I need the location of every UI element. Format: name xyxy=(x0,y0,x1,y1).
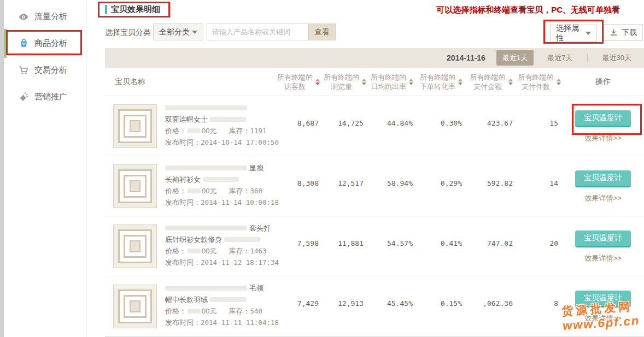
sidebar-item-marketing-promotion[interactable]: 营销推广 xyxy=(4,84,86,110)
column-header-payment-count[interactable]: 所有终端的支付件数 xyxy=(517,68,562,96)
product-name-line2[interactable]: 底针织衫女款修身 xyxy=(165,235,222,245)
visitors-value: 7,598 xyxy=(274,216,323,276)
visitors-value: 8,687 xyxy=(274,96,323,156)
publish-time-value: 2014-11-14 10:00:18 xyxy=(201,198,279,206)
conversion-rate-value: 0.30% xyxy=(417,96,466,156)
effect-detail-link[interactable]: 效果详情>> xyxy=(562,133,644,143)
pageviews-value: 12,517 xyxy=(323,156,367,216)
price-suffix: 00元 xyxy=(202,126,216,136)
pageviews-value: 11,881 xyxy=(323,216,367,276)
table-row: 毛领 帽中长款羽绒 价格： 00元 库存： 540 发布时间： 2014-11-… xyxy=(105,276,644,336)
payment-count-value: 14 xyxy=(517,156,562,216)
select-attribute-label: 选择属性 xyxy=(556,23,586,43)
sidebar-item-traffic-analysis[interactable]: 流量分析 xyxy=(4,3,86,30)
payment-amount-value: ,062.36 xyxy=(466,276,517,336)
product-cell: 套头打 底针织衫女款修身 价格： 00元 库存： 1463 发布时间： 2014… xyxy=(105,216,274,276)
table-header-row: 宝贝名称 所有终端的访客数 所有终端的浏览量 所有终端的日均跳出率 所有终端的下… xyxy=(105,68,644,96)
effect-detail-link[interactable]: 效果详情>> xyxy=(562,253,644,263)
product-info: 毛领 帽中长款羽绒 价格： 00元 库存： 540 发布时间： 2014-11-… xyxy=(165,282,272,328)
chevron-down-icon xyxy=(586,32,591,35)
conversion-rate-value: 0.15% xyxy=(417,276,466,336)
price-label: 价格： xyxy=(165,186,186,196)
chevron-down-icon xyxy=(192,31,197,34)
sort-icon[interactable] xyxy=(362,79,366,85)
product-image[interactable] xyxy=(113,224,157,268)
left-gray-strip xyxy=(0,0,4,337)
megaphone-icon xyxy=(18,92,29,103)
effect-detail-link[interactable]: 效果详情>> xyxy=(562,193,644,203)
publish-time-label: 发布时间： xyxy=(165,318,201,328)
product-name-line1[interactable]: 显瘦 xyxy=(249,163,264,173)
stock-label: 库存： xyxy=(229,306,250,316)
category-dropdown-value: 全部分类 xyxy=(159,27,190,37)
sidebar-item-product-analysis[interactable]: 商品分析 xyxy=(4,30,86,57)
product-name-line1[interactable]: 毛领 xyxy=(249,283,264,293)
range-tab-7days[interactable]: 最近7天 xyxy=(541,50,578,66)
download-icon xyxy=(610,28,618,37)
bounce-rate-value: 44.84% xyxy=(367,96,417,156)
product-name-line2[interactable]: 双面连帽女士 xyxy=(165,115,208,125)
visitors-value: 7,429 xyxy=(274,276,323,336)
product-image[interactable] xyxy=(113,164,157,208)
column-header-visitors[interactable]: 所有终端的访客数 xyxy=(274,68,323,96)
publish-time-value: 2014-11-12 18:17:34 xyxy=(201,258,279,267)
thermometer-button[interactable]: 宝贝温度计 xyxy=(575,170,631,187)
redacted-text-block xyxy=(165,105,247,110)
category-dropdown[interactable]: 全部分类 xyxy=(153,23,203,40)
publish-time-label: 发布时间： xyxy=(165,198,201,208)
search-input[interactable] xyxy=(207,23,308,40)
column-header-actions: 操作 xyxy=(562,68,644,96)
sidebar-item-transaction-analysis[interactable]: 交易分析 xyxy=(4,57,86,84)
column-header-payment-amount[interactable]: 所有终端的支付金额 xyxy=(466,68,517,96)
redacted-text-block xyxy=(203,177,239,182)
effect-detail-link[interactable]: 效果详情>> xyxy=(562,314,644,323)
payment-count-value: 15 xyxy=(517,96,562,156)
range-tab-1day[interactable]: 最近1天 xyxy=(496,50,534,66)
action-cell: 宝贝温度计 效果详情>> xyxy=(562,156,644,216)
product-info: 套头打 底针织衫女款修身 价格： 00元 库存： 1463 发布时间： 2014… xyxy=(165,222,272,268)
sidebar-item-label: 交易分析 xyxy=(34,65,67,75)
product-cell: 显瘦 长袖衬衫女 价格： 00元 库存： 360 发布时间： 2014-11-1… xyxy=(105,156,274,216)
download-button[interactable]: 下载 xyxy=(604,24,643,41)
price-label: 价格： xyxy=(165,246,186,256)
publish-time-value: 2014-11-11 11:04:18 xyxy=(201,318,279,327)
stock-label: 库存： xyxy=(229,186,250,196)
pageviews-value: 14,725 xyxy=(323,96,367,156)
product-image[interactable] xyxy=(113,104,157,148)
stock-value: 1463 xyxy=(250,247,266,255)
sort-icon[interactable] xyxy=(315,79,320,85)
product-name-line2[interactable]: 帽中长款羽绒 xyxy=(165,295,208,305)
range-tab-30days[interactable]: 最近30天 xyxy=(596,50,637,66)
action-cell: 宝贝温度计 效果详情>> xyxy=(562,276,644,336)
column-header-conversion-rate[interactable]: 所有终端的下单转化率 xyxy=(417,68,466,96)
redacted-price xyxy=(188,249,201,253)
thermometer-button[interactable]: 宝贝温度计 xyxy=(575,110,631,127)
redacted-text-block xyxy=(210,117,246,122)
thermometer-button[interactable]: 宝贝温度计 xyxy=(575,230,631,247)
sort-icon[interactable] xyxy=(557,79,561,85)
thermometer-button[interactable]: 宝贝温度计 xyxy=(575,291,631,308)
column-header-product-name: 宝贝名称 xyxy=(105,68,274,96)
active-item-accent-bar xyxy=(4,29,7,58)
sort-icon[interactable] xyxy=(508,79,513,85)
select-attribute-dropdown[interactable]: 选择属性 xyxy=(550,25,597,42)
product-image[interactable] xyxy=(113,285,157,328)
bounce-rate-value: 58.94% xyxy=(367,156,417,216)
product-name-line1[interactable]: 套头打 xyxy=(249,223,271,233)
column-header-pageviews[interactable]: 所有终端的浏览量 xyxy=(323,68,367,96)
product-name-line2[interactable]: 长袖衬衫女 xyxy=(165,175,201,185)
sort-icon[interactable] xyxy=(458,79,462,85)
date-range-bar: 2014-11-16 最近1天 最近7天 | 最近30天 xyxy=(105,48,644,68)
column-header-bounce-rate[interactable]: 所有终端的日均跳出率 xyxy=(367,68,417,96)
sort-icon[interactable] xyxy=(409,79,413,85)
stock-value: 360 xyxy=(250,187,262,195)
view-button[interactable]: 查看 xyxy=(308,23,336,40)
publish-time-value: 2014-10-14 17:00:50 xyxy=(201,138,279,146)
red-annotation-text: 可以选择指标和终端查看宝贝，PC、无线可单独看 xyxy=(436,5,620,15)
action-cell: 宝贝温度计 效果详情>> xyxy=(562,96,644,156)
redacted-text-block xyxy=(165,226,247,230)
price-suffix: 00元 xyxy=(202,246,216,256)
pageviews-value: 12,913 xyxy=(323,276,367,336)
product-cell: 双面连帽女士 价格： 00元 库存： 1191 发布时间： 2014-10-14… xyxy=(105,96,274,156)
sidebar-item-label: 流量分析 xyxy=(34,11,67,22)
